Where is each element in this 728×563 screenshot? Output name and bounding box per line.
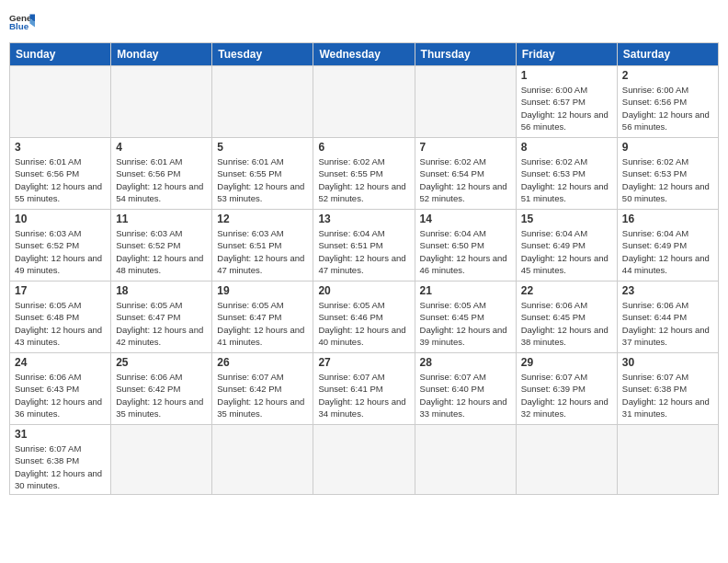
day-header-wednesday: Wednesday bbox=[313, 43, 415, 66]
calendar-cell: 16Sunrise: 6:04 AM Sunset: 6:49 PM Dayli… bbox=[617, 210, 718, 282]
calendar-cell: 23Sunrise: 6:06 AM Sunset: 6:44 PM Dayli… bbox=[617, 282, 718, 353]
day-info: Sunrise: 6:01 AM Sunset: 6:56 PM Dayligh… bbox=[116, 155, 207, 204]
day-number: 21 bbox=[420, 284, 511, 297]
day-info: Sunrise: 6:04 AM Sunset: 6:49 PM Dayligh… bbox=[521, 227, 612, 276]
day-info: Sunrise: 6:03 AM Sunset: 6:52 PM Dayligh… bbox=[15, 227, 106, 276]
calendar-cell: 20Sunrise: 6:05 AM Sunset: 6:46 PM Dayli… bbox=[313, 282, 415, 353]
day-number: 18 bbox=[116, 284, 207, 297]
week-row-4: 24Sunrise: 6:06 AM Sunset: 6:43 PM Dayli… bbox=[10, 353, 719, 425]
calendar-cell bbox=[212, 425, 313, 495]
calendar-cell bbox=[617, 425, 718, 495]
day-number: 5 bbox=[217, 141, 308, 154]
svg-text:Blue: Blue bbox=[9, 21, 29, 31]
day-number: 24 bbox=[15, 356, 106, 369]
calendar-cell: 27Sunrise: 6:07 AM Sunset: 6:41 PM Dayli… bbox=[313, 353, 415, 425]
day-number: 11 bbox=[116, 213, 207, 225]
calendar-cell bbox=[212, 66, 313, 138]
day-header-monday: Monday bbox=[111, 43, 212, 66]
calendar-cell: 12Sunrise: 6:03 AM Sunset: 6:51 PM Dayli… bbox=[212, 210, 313, 282]
calendar-cell bbox=[516, 425, 617, 495]
day-number: 7 bbox=[420, 141, 511, 154]
calendar-cell: 9Sunrise: 6:02 AM Sunset: 6:53 PM Daylig… bbox=[617, 138, 718, 210]
calendar-cell bbox=[313, 66, 415, 138]
calendar-cell: 19Sunrise: 6:05 AM Sunset: 6:47 PM Dayli… bbox=[212, 282, 313, 353]
calendar-cell: 14Sunrise: 6:04 AM Sunset: 6:50 PM Dayli… bbox=[415, 210, 516, 282]
day-number: 8 bbox=[521, 141, 612, 154]
calendar-cell bbox=[111, 425, 212, 495]
day-info: Sunrise: 6:07 AM Sunset: 6:38 PM Dayligh… bbox=[622, 371, 713, 419]
day-info: Sunrise: 6:05 AM Sunset: 6:47 PM Dayligh… bbox=[116, 299, 207, 348]
calendar-cell: 25Sunrise: 6:06 AM Sunset: 6:42 PM Dayli… bbox=[111, 353, 212, 425]
day-number: 28 bbox=[420, 356, 511, 369]
calendar-cell: 3Sunrise: 6:01 AM Sunset: 6:56 PM Daylig… bbox=[10, 138, 111, 210]
week-row-2: 10Sunrise: 6:03 AM Sunset: 6:52 PM Dayli… bbox=[10, 210, 719, 282]
day-number: 10 bbox=[15, 213, 106, 225]
week-row-1: 3Sunrise: 6:01 AM Sunset: 6:56 PM Daylig… bbox=[10, 138, 719, 210]
header: General Blue bbox=[9, 9, 719, 35]
calendar-cell: 18Sunrise: 6:05 AM Sunset: 6:47 PM Dayli… bbox=[111, 282, 212, 353]
day-number: 6 bbox=[318, 141, 409, 154]
calendar-cell: 7Sunrise: 6:02 AM Sunset: 6:54 PM Daylig… bbox=[415, 138, 516, 210]
day-number: 27 bbox=[318, 356, 409, 369]
day-info: Sunrise: 6:06 AM Sunset: 6:44 PM Dayligh… bbox=[622, 299, 713, 348]
day-info: Sunrise: 6:03 AM Sunset: 6:51 PM Dayligh… bbox=[217, 227, 308, 276]
day-number: 25 bbox=[116, 356, 207, 369]
day-number: 23 bbox=[622, 284, 713, 297]
day-number: 1 bbox=[521, 69, 612, 82]
calendar-page: General Blue SundayMondayTuesdayWednesda… bbox=[0, 0, 728, 563]
day-info: Sunrise: 6:07 AM Sunset: 6:41 PM Dayligh… bbox=[318, 371, 409, 419]
day-info: Sunrise: 6:05 AM Sunset: 6:45 PM Dayligh… bbox=[420, 299, 511, 348]
day-number: 15 bbox=[521, 213, 612, 225]
calendar-cell: 1Sunrise: 6:00 AM Sunset: 6:57 PM Daylig… bbox=[516, 66, 617, 138]
calendar-cell bbox=[415, 66, 516, 138]
day-info: Sunrise: 6:05 AM Sunset: 6:48 PM Dayligh… bbox=[15, 299, 106, 348]
day-header-sunday: Sunday bbox=[10, 43, 111, 66]
day-number: 16 bbox=[622, 213, 713, 225]
day-info: Sunrise: 6:06 AM Sunset: 6:42 PM Dayligh… bbox=[116, 371, 207, 419]
day-info: Sunrise: 6:07 AM Sunset: 6:40 PM Dayligh… bbox=[420, 371, 511, 419]
day-info: Sunrise: 6:02 AM Sunset: 6:53 PM Dayligh… bbox=[521, 155, 612, 204]
day-number: 22 bbox=[521, 284, 612, 297]
day-header-friday: Friday bbox=[516, 43, 617, 66]
day-info: Sunrise: 6:07 AM Sunset: 6:38 PM Dayligh… bbox=[15, 442, 106, 491]
day-info: Sunrise: 6:00 AM Sunset: 6:57 PM Dayligh… bbox=[521, 84, 612, 132]
day-number: 19 bbox=[217, 284, 308, 297]
calendar-cell: 29Sunrise: 6:07 AM Sunset: 6:39 PM Dayli… bbox=[516, 353, 617, 425]
day-info: Sunrise: 6:07 AM Sunset: 6:39 PM Dayligh… bbox=[521, 371, 612, 419]
day-info: Sunrise: 6:04 AM Sunset: 6:49 PM Dayligh… bbox=[622, 227, 713, 276]
day-number: 17 bbox=[15, 284, 106, 297]
calendar-cell: 6Sunrise: 6:02 AM Sunset: 6:55 PM Daylig… bbox=[313, 138, 415, 210]
calendar-cell: 26Sunrise: 6:07 AM Sunset: 6:42 PM Dayli… bbox=[212, 353, 313, 425]
day-number: 4 bbox=[116, 141, 207, 154]
calendar-cell: 13Sunrise: 6:04 AM Sunset: 6:51 PM Dayli… bbox=[313, 210, 415, 282]
day-header-saturday: Saturday bbox=[617, 43, 718, 66]
day-info: Sunrise: 6:05 AM Sunset: 6:46 PM Dayligh… bbox=[318, 299, 409, 348]
calendar-cell: 30Sunrise: 6:07 AM Sunset: 6:38 PM Dayli… bbox=[617, 353, 718, 425]
week-row-3: 17Sunrise: 6:05 AM Sunset: 6:48 PM Dayli… bbox=[10, 282, 719, 353]
generalblue-logo-icon: General Blue bbox=[9, 9, 35, 35]
calendar-cell: 4Sunrise: 6:01 AM Sunset: 6:56 PM Daylig… bbox=[111, 138, 212, 210]
calendar-cell: 21Sunrise: 6:05 AM Sunset: 6:45 PM Dayli… bbox=[415, 282, 516, 353]
calendar-cell: 24Sunrise: 6:06 AM Sunset: 6:43 PM Dayli… bbox=[10, 353, 111, 425]
calendar-cell: 15Sunrise: 6:04 AM Sunset: 6:49 PM Dayli… bbox=[516, 210, 617, 282]
day-number: 14 bbox=[420, 213, 511, 225]
day-number: 20 bbox=[318, 284, 409, 297]
day-number: 13 bbox=[318, 213, 409, 225]
calendar-cell bbox=[415, 425, 516, 495]
day-number: 9 bbox=[622, 141, 713, 154]
logo: General Blue bbox=[9, 9, 35, 35]
day-header-tuesday: Tuesday bbox=[212, 43, 313, 66]
calendar-cell: 22Sunrise: 6:06 AM Sunset: 6:45 PM Dayli… bbox=[516, 282, 617, 353]
day-info: Sunrise: 6:01 AM Sunset: 6:55 PM Dayligh… bbox=[217, 155, 308, 204]
day-number: 29 bbox=[521, 356, 612, 369]
calendar-cell bbox=[313, 425, 415, 495]
calendar-cell bbox=[111, 66, 212, 138]
calendar-cell: 11Sunrise: 6:03 AM Sunset: 6:52 PM Dayli… bbox=[111, 210, 212, 282]
calendar-cell bbox=[10, 66, 111, 138]
calendar-table: SundayMondayTuesdayWednesdayThursdayFrid… bbox=[9, 42, 719, 495]
day-number: 3 bbox=[15, 141, 106, 154]
day-number: 26 bbox=[217, 356, 308, 369]
calendar-cell: 8Sunrise: 6:02 AM Sunset: 6:53 PM Daylig… bbox=[516, 138, 617, 210]
day-number: 30 bbox=[622, 356, 713, 369]
day-info: Sunrise: 6:04 AM Sunset: 6:50 PM Dayligh… bbox=[420, 227, 511, 276]
